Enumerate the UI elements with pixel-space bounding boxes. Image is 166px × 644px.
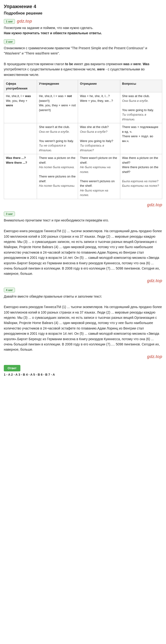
step-3-badge: 3 шаг bbox=[4, 212, 15, 216]
step-3-text: Ежегодно книга рекордов ГиннесаТМ (1) ..… bbox=[4, 228, 162, 276]
answer-text: 1 - A 2 - A 3 - B 4 - A 5 - B 6 - B 7 - … bbox=[4, 373, 162, 376]
watermark-4: gdz.top bbox=[147, 354, 162, 359]
questions-cell-1: She was at the club. Она была в клубе. Y… bbox=[120, 92, 162, 123]
scope-cell-2 bbox=[4, 123, 37, 154]
table-row: She wasn't at the club. Она не была в кл… bbox=[4, 123, 162, 154]
step-3-description: Внимательно прочитаем текст и при необхо… bbox=[4, 218, 162, 223]
step-1-badge: 1 шаг bbox=[4, 19, 15, 24]
scope-cell-3: Was there ...? Were there ...? bbox=[4, 154, 37, 199]
step-1-description: Посмотрим на задание и поймем, что нам н… bbox=[4, 25, 162, 30]
watermark-1: gdz.top bbox=[17, 19, 32, 24]
step-1-task: Нам нужно прочитать текст и обвести прав… bbox=[4, 31, 102, 35]
affirmative-cell-1: He, she,it, I + was + not (wasn't) We, y… bbox=[37, 92, 78, 123]
step-2: 2 шаг Ознакомимся с грамматическим прави… bbox=[4, 39, 162, 208]
col-questions: Вопросы bbox=[120, 80, 162, 92]
page-container: Упражнение 4 Подробное решение 1 шаг gdz… bbox=[4, 4, 162, 376]
negative-cell-3: There wasn't picture on the shelf. Не бы… bbox=[78, 154, 120, 199]
step-2-badge: 2 шаг bbox=[4, 39, 15, 44]
watermark-2: gdz.top bbox=[147, 202, 162, 207]
page-subtitle: Подробное решение bbox=[4, 11, 162, 16]
negative-cell-1: Was + he, she, it, I...? Were + you, the… bbox=[78, 92, 120, 123]
col-affirmative: Утверждение bbox=[37, 80, 78, 92]
negative-cell-2: Was she at the club? Она была в клубе? W… bbox=[78, 123, 120, 154]
step-2-rule: В прошедшем простом времени глагол to be… bbox=[4, 62, 162, 77]
step-4-text: Ежегодно книга рекордов ГиннесаТМ (1) ..… bbox=[4, 304, 162, 352]
step-1: 1 шаг gdz.top Посмотрим на задание и пой… bbox=[4, 19, 162, 36]
scope-cell-1: He, she,it, I + was We, you, they + were bbox=[4, 92, 37, 123]
step-3: 3 шаг Внимательно прочитаем текст и при … bbox=[4, 212, 162, 284]
table-row: He, she,it, I + was We, you, they + were… bbox=[4, 92, 162, 123]
step-4-description: Давайте вместе обведём правильные ответы… bbox=[4, 294, 162, 299]
table-row: Was there ...? Were there ...? There was… bbox=[4, 154, 162, 199]
affirmative-cell-2: She wasn't at the club. Она не была в кл… bbox=[37, 123, 78, 154]
page-title: Упражнение 4 bbox=[4, 4, 162, 9]
col-scope: Сфера употребления bbox=[4, 80, 37, 92]
answer-label: Ответ bbox=[4, 365, 20, 371]
step-4: 4 шаг Давайте вместе обведём правильные … bbox=[4, 288, 162, 360]
grammar-table: Сфера употребления Утверждение Отрицание… bbox=[4, 80, 162, 199]
col-negative: Отрицание bbox=[78, 80, 120, 92]
questions-cell-3: Was there a picture on the shelf? Were t… bbox=[120, 154, 162, 199]
step-4-badge: 4 шаг bbox=[4, 288, 15, 292]
questions-cell-2: There was + подлежащее в ед. ч. There we… bbox=[120, 123, 162, 154]
answer-section: Ответ 1 - A 2 - A 3 - B 4 - A 5 - B 6 - … bbox=[4, 363, 162, 376]
affirmative-cell-3: There was a picture on the shelf. На пол… bbox=[37, 154, 78, 199]
step-2-description: Ознакомимся с грамматическим правилом "T… bbox=[4, 46, 162, 56]
watermark-3: gdz.top bbox=[147, 278, 162, 283]
